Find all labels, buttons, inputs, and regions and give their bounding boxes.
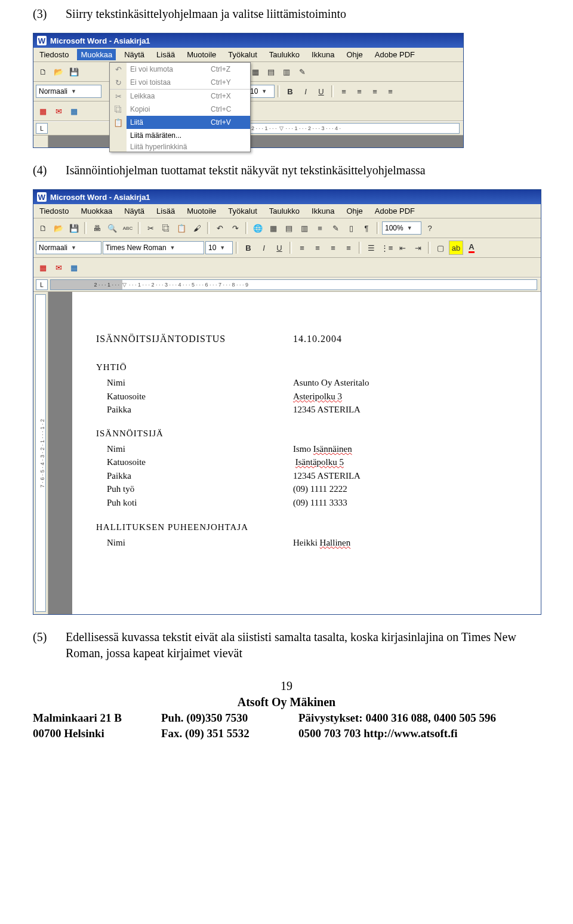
menu-paste[interactable]: 📋 Liitä Ctrl+V (110, 116, 250, 129)
align-right-icon[interactable]: ≡ (368, 84, 382, 98)
pdf-mail-icon[interactable]: ✉ (51, 104, 66, 118)
menu-ikkuna[interactable]: Ikkuna (308, 49, 338, 60)
pdf-icon[interactable]: ▦ (36, 260, 50, 275)
justify-icon[interactable]: ≡ (341, 241, 356, 255)
hall-nimi-value: Heikki Hallinen (293, 536, 529, 550)
bullets-icon[interactable]: ⋮≡ (380, 241, 394, 255)
menu-muokkaa[interactable]: Muokkaa (77, 49, 116, 60)
tables-icon[interactable]: ▦ (266, 221, 281, 235)
spell-icon[interactable]: ABC (121, 221, 135, 235)
window-title: Microsoft Word - Asiakirja1 (50, 36, 150, 45)
menu-tiedosto[interactable]: Tiedosto (36, 49, 72, 60)
footer-paivystys-1: Päivystykset: 0400 316 088, 0400 505 596 (298, 710, 540, 726)
numbering-icon[interactable]: ☰ (364, 241, 378, 255)
isan-paikka-label: Paikka (107, 469, 293, 483)
style-combo[interactable]: Normaali▼ (36, 241, 101, 254)
cut-icon[interactable]: ✂ (143, 221, 158, 235)
menu-taulukko[interactable]: Taulukko (266, 49, 303, 60)
toolbar-format-2: Normaali▼ Times New Roman▼ 10▼ B I U ≡ ≡… (33, 238, 541, 258)
redo-icon[interactable]: ↷ (228, 221, 242, 235)
menu-muotoile[interactable]: Muotoile (183, 205, 220, 217)
menu-lisaa[interactable]: Lisää (153, 205, 178, 217)
menu-nayta[interactable]: Näytä (121, 205, 148, 217)
menu-paste-special[interactable]: Liitä määräten... (110, 129, 250, 142)
border-icon[interactable]: ▢ (433, 241, 448, 255)
align-center-icon[interactable]: ≡ (352, 84, 366, 98)
footer-paivystys-2: 0500 703 703 http://www.atsoft.fi (298, 726, 540, 741)
fontsize-combo[interactable]: 10▼ (205, 241, 233, 254)
underline-button[interactable]: U (272, 241, 286, 255)
redo-icon: ↻ (110, 76, 127, 89)
pdf-review-icon[interactable]: ▦ (67, 104, 81, 118)
preview-icon[interactable]: 🔍 (105, 221, 119, 235)
font-combo[interactable]: Times New Roman▼ (103, 241, 204, 254)
menu-muokkaa[interactable]: Muokkaa (77, 205, 116, 217)
menu-tiedosto[interactable]: Tiedosto (36, 205, 72, 217)
hyperlink-icon[interactable]: 🌐 (251, 221, 265, 235)
menu-lisaa[interactable]: Lisää (153, 49, 178, 60)
font-color-icon[interactable]: A (464, 241, 479, 255)
drawing-icon[interactable]: ✎ (295, 64, 309, 79)
step-3-text: Siirry tekstinkäsittelyohjelmaan ja vali… (66, 6, 540, 22)
open-icon[interactable]: 📂 (51, 64, 66, 79)
style-combo[interactable]: Normaali▼ (36, 85, 101, 98)
italic-button[interactable]: I (298, 84, 313, 98)
indent-icon[interactable]: ⇥ (411, 241, 425, 255)
menu-redo: ↻ Ei voi toistaa Ctrl+Y (110, 76, 250, 89)
outdent-icon[interactable]: ⇤ (395, 241, 409, 255)
italic-button[interactable]: I (257, 241, 271, 255)
ruler-bar-2[interactable]: 2 · · · 1 · · · ▽· · · 1 · · · 2 · · · 3… (50, 279, 537, 290)
fontsize-combo[interactable]: 10▼ (247, 85, 275, 98)
pdf-review-icon[interactable]: ▦ (67, 260, 81, 275)
menu-ikkuna[interactable]: Ikkuna (308, 205, 338, 217)
menu-nayta[interactable]: Näytä (121, 49, 148, 60)
page-gutter (48, 292, 72, 614)
copy-icon[interactable]: ⿻ (159, 221, 173, 235)
highlight-icon[interactable]: ab (449, 241, 463, 255)
tab-align-toggle[interactable]: L (36, 279, 48, 290)
menu-muotoile[interactable]: Muotoile (183, 49, 220, 60)
menu-tyokalut[interactable]: Työkalut (224, 49, 260, 60)
zoom-combo[interactable]: 100%▼ (382, 221, 421, 235)
paste-icon[interactable]: 📋 (174, 221, 189, 235)
tab-align-toggle[interactable]: L (36, 123, 48, 134)
undo-icon[interactable]: ↶ (212, 221, 227, 235)
pdf-mail-icon[interactable]: ✉ (51, 260, 66, 275)
justify-icon[interactable]: ≡ (383, 84, 398, 98)
menu-adobepdf[interactable]: Adobe PDF (371, 205, 418, 217)
new-doc-icon[interactable]: 🗋 (36, 64, 50, 79)
open-icon[interactable]: 📂 (51, 221, 66, 235)
insert-table-icon[interactable]: ▤ (282, 221, 296, 235)
yhtio-nimi-label: Nimi (107, 376, 293, 390)
menu-ohje[interactable]: Ohje (343, 205, 366, 217)
show-marks-icon[interactable]: ¶ (359, 221, 374, 235)
new-doc-icon[interactable]: 🗋 (36, 221, 50, 235)
menu-adobepdf[interactable]: Adobe PDF (371, 49, 418, 60)
columns-icon[interactable]: ▥ (279, 64, 294, 79)
pdf-icon[interactable]: ▦ (36, 104, 50, 118)
bold-button[interactable]: B (241, 241, 255, 255)
drawing-icon[interactable]: ✎ (328, 221, 343, 235)
columns-icon[interactable]: ≡ (313, 221, 327, 235)
underline-button[interactable]: U (314, 84, 328, 98)
docmap-icon[interactable]: ▯ (344, 221, 358, 235)
align-left-icon[interactable]: ≡ (337, 84, 351, 98)
excel-icon[interactable]: ▥ (297, 221, 312, 235)
menu-ohje[interactable]: Ohje (343, 49, 366, 60)
excel-icon[interactable]: ▤ (264, 64, 278, 79)
align-left-icon[interactable]: ≡ (295, 241, 309, 255)
isan-nimi-value: Ismo Isännäinen (293, 442, 529, 456)
yhtio-paikka-value: 12345 ASTERILA (293, 403, 529, 417)
help-icon[interactable]: ? (423, 221, 437, 235)
document-page[interactable]: ISÄNNÖITSIJÄNTODISTUS 14.10.2004 YHTIÖ N… (72, 292, 541, 614)
bold-button[interactable]: B (283, 84, 297, 98)
menu-copy: ⿻ Kopioi Ctrl+C (110, 103, 250, 116)
save-icon[interactable]: 💾 (67, 221, 81, 235)
save-icon[interactable]: 💾 (67, 64, 81, 79)
align-right-icon[interactable]: ≡ (326, 241, 340, 255)
align-center-icon[interactable]: ≡ (310, 241, 325, 255)
menu-tyokalut[interactable]: Työkalut (224, 205, 260, 217)
format-painter-icon[interactable]: 🖌 (190, 221, 204, 235)
menu-taulukko[interactable]: Taulukko (266, 205, 303, 217)
print-icon[interactable]: 🖶 (90, 221, 104, 235)
